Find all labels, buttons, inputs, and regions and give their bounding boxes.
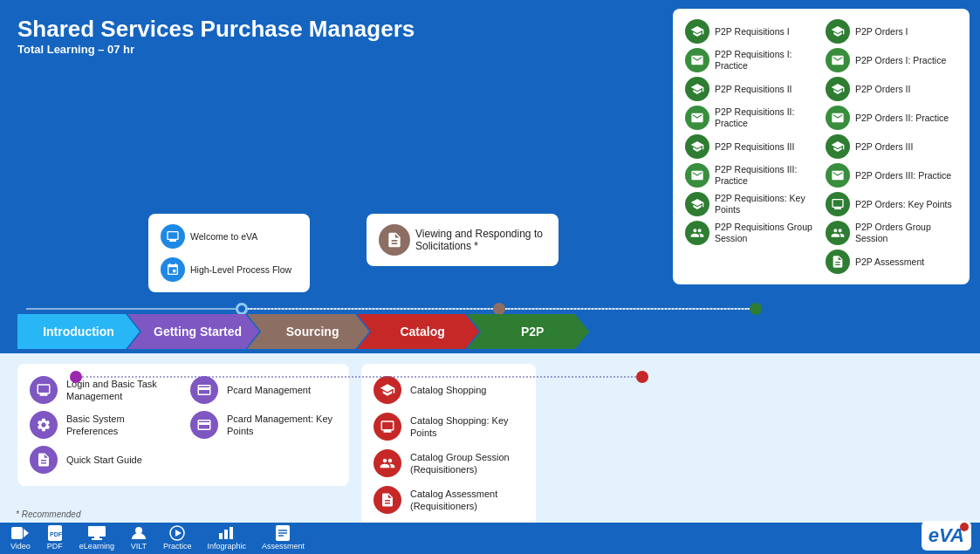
footer-assessment: Assessment	[262, 526, 305, 551]
p2p-item[interactable]: P2P Orders I	[826, 19, 957, 44]
eva-logo-box: eVA	[922, 521, 971, 551]
graduation-icon	[826, 19, 850, 44]
p2p-item[interactable]: P2P Orders I: Practice	[826, 48, 957, 72]
envelope-icon	[826, 48, 850, 72]
tab-introduction[interactable]: Introduction	[17, 314, 140, 349]
solicitations-item[interactable]: Viewing and Responding to Solicitations …	[379, 224, 546, 256]
key-points-icon	[685, 192, 709, 216]
tab-catalog[interactable]: Catalog	[357, 314, 479, 349]
pcard-keypoints-item[interactable]: Pcard Management: Key Points	[190, 411, 337, 439]
p2p-item[interactable]: P2P Requisitions Group Session	[685, 221, 817, 245]
timeline-dot-p2p	[750, 303, 762, 315]
screen-icon	[826, 192, 850, 216]
catalog-assessment-icon	[373, 486, 401, 514]
svg-point-7	[135, 527, 142, 534]
catalog-kp-icon	[373, 413, 401, 441]
footer-pdf: PDF PDF	[46, 526, 64, 551]
elearning-icon	[88, 526, 106, 540]
p2p-item[interactable]: P2P Orders III	[826, 134, 957, 159]
tab-getting-started[interactable]: Getting Started	[127, 314, 259, 349]
video-icon	[11, 526, 29, 540]
timeline-line-bottom	[82, 376, 636, 378]
vilt-icon	[130, 526, 147, 540]
catalog-content-card: Catalog Shopping Catalog Shopping: Key P…	[361, 364, 536, 526]
practice-icon	[168, 526, 186, 540]
p2p-item[interactable]: P2P Requisitions: Key Points	[685, 192, 817, 216]
svg-text:PDF: PDF	[50, 531, 62, 537]
p2p-item[interactable]: P2P Requisitions I: Practice	[685, 48, 817, 72]
tab-p2p[interactable]: P2P	[467, 314, 589, 349]
group-icon	[685, 221, 709, 245]
timeline-bottom	[0, 371, 980, 383]
envelope-icon	[826, 106, 850, 130]
p2p-item[interactable]: P2P Requisitions III: Practice	[685, 163, 817, 188]
pcard-kp-icon	[190, 411, 218, 439]
recommended-note: * Recommended	[16, 510, 80, 519]
quickstart-icon	[30, 446, 58, 474]
graduation-icon	[826, 134, 850, 159]
p2p-item[interactable]: P2P Requisitions II: Practice	[685, 106, 817, 130]
graduation-icon	[685, 19, 709, 44]
timeline-dot-catalog	[636, 371, 648, 383]
timeline-dot-getting	[70, 371, 82, 383]
p2p-item[interactable]: P2P Orders II: Practice	[826, 106, 957, 130]
assessment-icon	[274, 526, 291, 540]
doc-icon	[826, 250, 850, 274]
eva-logo: eVA	[922, 521, 971, 551]
p2p-item[interactable]: P2P Orders III: Practice	[826, 163, 957, 188]
footer: Video PDF PDF eLearning VILT Practice In…	[0, 523, 980, 554]
footer-vilt: VILT	[130, 526, 147, 551]
footer-practice: Practice	[163, 526, 192, 551]
quick-start-item[interactable]: Quick Start Guide	[30, 446, 176, 474]
p2p-box: P2P Requisitions I P2P Requisitions I: P…	[673, 9, 970, 284]
catalog-kp-item[interactable]: Catalog Shopping: Key Points	[373, 413, 524, 441]
footer-infographic: Infographic	[207, 526, 246, 551]
tab-sourcing[interactable]: Sourcing	[247, 314, 369, 349]
catalog-assessment-item[interactable]: Catalog Assessment (Requisitioners)	[373, 486, 524, 514]
svg-marker-1	[24, 529, 29, 537]
envelope-icon	[685, 48, 709, 72]
p2p-item[interactable]: P2P Requisitions I	[685, 19, 817, 44]
graduation-icon	[685, 134, 709, 159]
eva-logo-dot	[960, 523, 969, 531]
timeline-top	[0, 303, 980, 315]
svg-rect-4	[88, 526, 106, 537]
timeline-line	[505, 308, 750, 310]
svg-marker-9	[175, 530, 182, 537]
prefs-icon	[30, 411, 58, 439]
introduction-card: Welcome to eVA High-Level Process Flow	[148, 214, 310, 292]
sourcing-card: Viewing and Responding to Solicitations …	[367, 214, 559, 266]
process-flow-item[interactable]: High-Level Process Flow	[161, 257, 298, 282]
envelope-icon	[685, 106, 709, 130]
basic-prefs-item[interactable]: Basic System Preferences	[30, 411, 176, 439]
timeline-dot-intro	[236, 303, 248, 315]
svg-rect-11	[224, 530, 228, 539]
navigation-tabs: Introduction Getting Started Sourcing Ca…	[0, 314, 980, 349]
svg-rect-6	[92, 538, 102, 540]
flow-icon	[161, 257, 185, 282]
graduation-icon	[685, 77, 709, 101]
group-icon	[826, 221, 850, 245]
timeline-line	[248, 308, 493, 310]
welcome-eva-item[interactable]: Welcome to eVA	[161, 224, 298, 249]
monitor-icon	[161, 224, 185, 249]
envelope-icon	[685, 163, 709, 188]
envelope-icon	[826, 163, 850, 188]
infographic-icon	[218, 526, 236, 540]
p2p-item[interactable]: P2P Orders: Key Points	[826, 192, 957, 216]
solicitations-icon	[379, 224, 410, 256]
svg-rect-12	[230, 527, 233, 539]
p2p-item[interactable]: P2P Requisitions III	[685, 134, 817, 159]
pdf-icon: PDF	[46, 526, 64, 540]
timeline-dot-sourcing	[493, 303, 505, 315]
graduation-icon	[826, 77, 850, 101]
p2p-item[interactable]: P2P Requisitions II	[685, 77, 817, 101]
catalog-group-icon	[373, 449, 401, 477]
p2p-item[interactable]: P2P Assessment	[826, 250, 957, 274]
catalog-group-item[interactable]: Catalog Group Session (Requisitioners)	[373, 449, 524, 477]
svg-rect-10	[219, 533, 223, 539]
timeline-line	[26, 308, 236, 310]
p2p-item[interactable]: P2P Orders II	[826, 77, 957, 101]
footer-elearning: eLearning	[79, 526, 114, 551]
p2p-item[interactable]: P2P Orders Group Session	[826, 221, 957, 245]
